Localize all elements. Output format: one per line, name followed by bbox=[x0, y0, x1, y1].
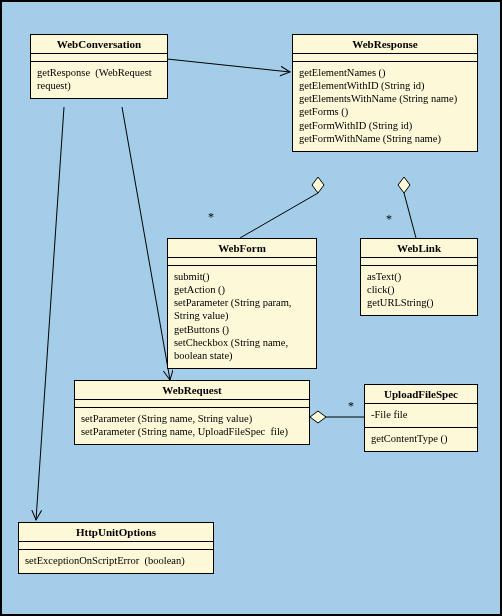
class-web-response: WebResponse getElementNames () getElemen… bbox=[292, 34, 478, 152]
op: getElementWithID (String id) bbox=[299, 79, 471, 92]
class-op-section: getResponse (WebRequest request) bbox=[31, 62, 167, 98]
class-title: UploadFileSpec bbox=[365, 385, 477, 404]
op: getResponse (WebRequest request) bbox=[37, 66, 161, 92]
class-title: WebResponse bbox=[293, 35, 477, 54]
class-op-section: submit() getAction () setParameter (Stri… bbox=[168, 266, 316, 368]
class-title: WebConversation bbox=[31, 35, 167, 54]
mult-link: * bbox=[386, 212, 392, 227]
class-attr-section: -File file bbox=[365, 404, 477, 428]
edge-conv-to-options bbox=[36, 107, 64, 520]
class-web-request: WebRequest setParameter (String name, St… bbox=[74, 380, 310, 445]
op: asText() bbox=[367, 270, 471, 283]
class-attr-section bbox=[293, 54, 477, 62]
class-title: WebRequest bbox=[75, 381, 309, 400]
uml-canvas: * * * WebConversation getResponse (WebRe… bbox=[0, 0, 502, 616]
op: getAction () bbox=[174, 283, 310, 296]
op: setParameter (String name, UploadFileSpe… bbox=[81, 425, 303, 438]
diamond-request-upload bbox=[310, 411, 326, 423]
class-title: WebLink bbox=[361, 239, 477, 258]
class-attr-section bbox=[19, 542, 213, 550]
op: setParameter (String name, String value) bbox=[81, 412, 303, 425]
class-op-section: getContentType () bbox=[365, 428, 477, 451]
op: click() bbox=[367, 283, 471, 296]
op: getURLString() bbox=[367, 296, 471, 309]
op: submit() bbox=[174, 270, 310, 283]
class-web-link: WebLink asText() click() getURLString() bbox=[360, 238, 478, 316]
class-op-section: setParameter (String name, String value)… bbox=[75, 408, 309, 444]
op: getFormWithID (String id) bbox=[299, 119, 471, 132]
class-attr-section bbox=[75, 400, 309, 408]
op: getContentType () bbox=[371, 432, 471, 445]
mult-form: * bbox=[208, 210, 214, 225]
edge-conv-to-response bbox=[167, 59, 290, 72]
op: getFormWithName (String name) bbox=[299, 132, 471, 145]
op: getButtons () bbox=[174, 323, 310, 336]
class-title: WebForm bbox=[168, 239, 316, 258]
class-attr-section bbox=[31, 54, 167, 62]
diamond-response-form bbox=[312, 177, 324, 193]
class-title: HttpUnitOptions bbox=[19, 523, 213, 542]
class-web-form: WebForm submit() getAction () setParamet… bbox=[167, 238, 317, 369]
edge-response-to-link bbox=[404, 193, 416, 238]
class-op-section: setExceptionOnScriptError (boolean) bbox=[19, 550, 213, 573]
edge-conv-to-request bbox=[122, 107, 170, 380]
op: setExceptionOnScriptError (boolean) bbox=[25, 554, 207, 567]
class-upload-file-spec: UploadFileSpec -File file getContentType… bbox=[364, 384, 478, 452]
class-web-conversation: WebConversation getResponse (WebRequest … bbox=[30, 34, 168, 99]
op: getElementsWithName (String name) bbox=[299, 92, 471, 105]
class-attr-section bbox=[168, 258, 316, 266]
attr: -File file bbox=[371, 408, 471, 421]
op: getElementNames () bbox=[299, 66, 471, 79]
class-http-unit-options: HttpUnitOptions setExceptionOnScriptErro… bbox=[18, 522, 214, 574]
class-op-section: asText() click() getURLString() bbox=[361, 266, 477, 315]
op: getForms () bbox=[299, 105, 471, 118]
mult-upload: * bbox=[348, 399, 354, 414]
diamond-response-link bbox=[398, 177, 410, 193]
op: setParameter (String param, String value… bbox=[174, 296, 310, 322]
class-attr-section bbox=[361, 258, 477, 266]
edge-response-to-form bbox=[240, 193, 318, 238]
class-op-section: getElementNames () getElementWithID (Str… bbox=[293, 62, 477, 151]
op: setCheckbox (String name, boolean state) bbox=[174, 336, 310, 362]
